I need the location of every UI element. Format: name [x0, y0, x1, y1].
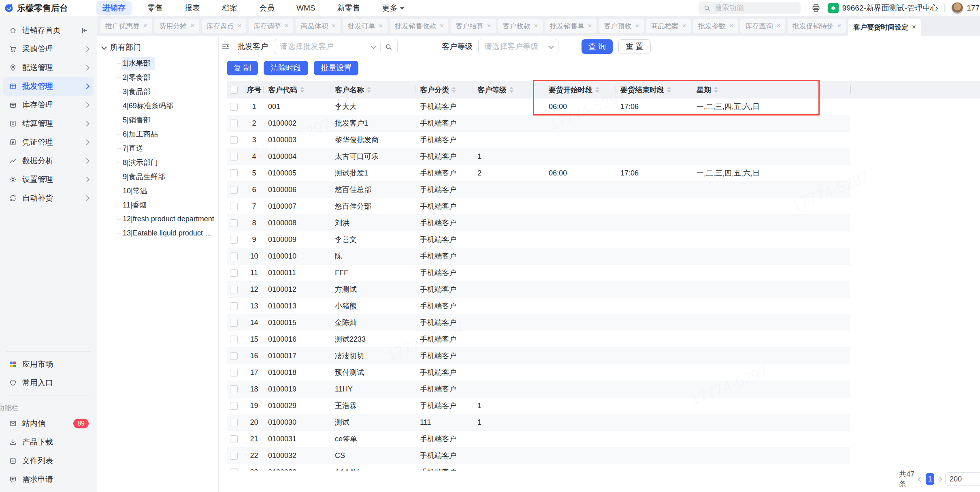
column-header[interactable]: 要货结束时段 [616, 81, 692, 98]
current-page[interactable]: 1 [926, 473, 934, 485]
row-checkbox[interactable] [230, 336, 238, 343]
row-checkbox[interactable] [230, 236, 238, 244]
tree-item[interactable]: 9|食品生鲜部 [117, 169, 218, 184]
column-header[interactable]: 客户分类 [415, 81, 473, 98]
user-id[interactable]: 17774 [967, 4, 980, 13]
tab[interactable]: 库存盘点× [202, 19, 246, 33]
table-row[interactable]: 220100032CS手机端客户 [227, 447, 850, 464]
tree-item[interactable]: 13|Eatable liquid product d... [117, 226, 218, 240]
row-checkbox[interactable] [230, 286, 238, 293]
sort-icon[interactable] [367, 87, 371, 93]
batch-set-button[interactable]: 批量设置 [314, 61, 358, 75]
row-checkbox[interactable] [230, 402, 238, 410]
table-row[interactable]: 30100003黎华俊批发商手机端客户 [227, 132, 850, 148]
reset-button[interactable]: 重 置 [618, 39, 650, 54]
sidebar-item[interactable]: 站内信89 [3, 414, 94, 433]
tab[interactable]: 推广优惠券× [100, 19, 152, 33]
tab[interactable]: 库存查询× [740, 19, 785, 33]
sidebar-item[interactable]: 应用市场 [3, 355, 94, 374]
tree-item[interactable]: 10|常温 [117, 184, 218, 198]
tree-item[interactable]: 8|演示部门 [117, 155, 218, 169]
tab-close-icon[interactable]: × [332, 22, 335, 30]
tab-close-icon[interactable]: × [285, 22, 288, 30]
sort-icon[interactable] [667, 87, 671, 93]
tab[interactable]: 批发促销特价× [788, 19, 846, 33]
sidebar-item[interactable]: 结算管理 [3, 114, 94, 133]
row-checkbox[interactable] [230, 169, 238, 177]
tab-close-icon[interactable]: × [912, 24, 916, 31]
table-row[interactable]: 100100010陈手机端客户 [227, 248, 850, 265]
tree-item[interactable]: 5|销售部 [117, 113, 218, 127]
sidebar-item[interactable]: 自动补货 [3, 189, 94, 207]
row-checkbox[interactable] [230, 385, 238, 393]
tab[interactable]: 库存调整× [249, 19, 293, 33]
row-checkbox[interactable] [230, 419, 238, 426]
column-header[interactable]: 客户代码 [263, 81, 330, 98]
table-row[interactable]: 40100004太古可口可乐手机端客户1 [227, 148, 850, 165]
tab-close-icon[interactable]: × [238, 22, 241, 30]
table-row[interactable]: 210100031ce签单手机端客户 [227, 431, 850, 447]
row-checkbox[interactable] [230, 219, 238, 227]
search-icon[interactable] [385, 43, 392, 51]
table-row[interactable]: 20100002批发客户1手机端客户 [227, 115, 850, 132]
printer-icon[interactable] [811, 3, 821, 13]
column-header[interactable]: 客户名称 [330, 81, 415, 98]
column-header[interactable]: 星期 [692, 81, 850, 98]
tab[interactable]: 批发订单× [343, 19, 388, 33]
row-checkbox[interactable] [230, 269, 238, 277]
prev-page-button[interactable] [918, 477, 922, 481]
avatar[interactable] [951, 2, 963, 14]
sidebar-item[interactable]: 设置管理 [3, 170, 94, 189]
clear-period-button[interactable]: 清除时段 [264, 61, 308, 75]
tab-close-icon[interactable]: × [635, 22, 639, 30]
table-row[interactable]: 80100008刘洪手机端客户 [227, 215, 850, 231]
menu-item[interactable]: 新零售 [331, 1, 366, 15]
table-row[interactable]: 150100016测试2233手机端客户 [227, 331, 850, 348]
tab-close-icon[interactable]: × [190, 22, 194, 30]
collapse-tree-icon[interactable] [221, 42, 230, 51]
sidebar-item[interactable]: 需求申请 [3, 470, 94, 489]
table-row[interactable]: 230100033AAAAV手机端客户 [227, 464, 850, 471]
sidebar-item[interactable]: 数据分析 [3, 152, 94, 170]
sidebar-item[interactable]: 产品下载 [3, 433, 94, 451]
sidebar-item[interactable]: 批发管理 [3, 77, 94, 96]
search-input[interactable] [714, 3, 780, 13]
store-name[interactable]: 99662-新界面测试-管理中心 [842, 3, 938, 13]
table-row[interactable]: 1001李大大手机端客户06:0017:06一,二,三,四,五,六,日 [227, 98, 850, 115]
tab-close-icon[interactable]: × [440, 22, 443, 30]
sidebar-item[interactable]: 文件列表 [3, 451, 94, 470]
tab[interactable]: 批发销售收款× [390, 19, 448, 33]
tree-item[interactable]: 3|食品部 [117, 84, 218, 98]
tab[interactable]: 商品档案× [646, 19, 691, 33]
tree-item[interactable]: 6|加工商品 [117, 127, 218, 141]
tab[interactable]: 费用分摊× [154, 19, 199, 33]
tree-item[interactable]: 1|水果部 [117, 56, 218, 70]
table-row[interactable]: 200100030测试1111 [227, 414, 850, 431]
sort-icon[interactable] [452, 87, 456, 93]
sidebar-item[interactable]: 常用入口 [3, 374, 94, 392]
table-row[interactable]: 120100012方测试手机端客户 [227, 281, 850, 298]
row-checkbox[interactable] [230, 435, 238, 443]
row-checkbox[interactable] [230, 252, 238, 260]
row-checkbox[interactable] [230, 319, 238, 327]
select-all-checkbox[interactable] [230, 86, 238, 94]
tree-item[interactable]: 12|fresh product department [117, 212, 218, 226]
sidebar-item[interactable]: 采购管理 [3, 40, 94, 58]
tab-close-icon[interactable]: × [379, 22, 383, 30]
sidebar-item[interactable]: 凭证管理 [3, 133, 94, 152]
tab[interactable]: 商品体积× [296, 19, 340, 33]
row-checkbox[interactable] [230, 120, 238, 127]
table-row[interactable]: 130100013小猪熊手机端客户 [227, 298, 850, 314]
tab-close-icon[interactable]: × [143, 22, 147, 30]
row-checkbox[interactable] [230, 153, 238, 160]
menu-item[interactable]: 更多 [376, 1, 410, 15]
tab-close-icon[interactable]: × [588, 22, 592, 30]
tree-item[interactable]: 4|69标准条码部 [117, 98, 218, 113]
row-checkbox[interactable] [230, 468, 238, 471]
row-checkbox[interactable] [230, 186, 238, 194]
row-checkbox[interactable] [230, 369, 238, 376]
menu-item[interactable]: 会员 [253, 1, 281, 15]
tab[interactable]: 批发参数× [693, 19, 738, 33]
table-row[interactable]: 160100017凄凄切切手机端客户 [227, 348, 850, 364]
row-checkbox[interactable] [230, 452, 238, 460]
